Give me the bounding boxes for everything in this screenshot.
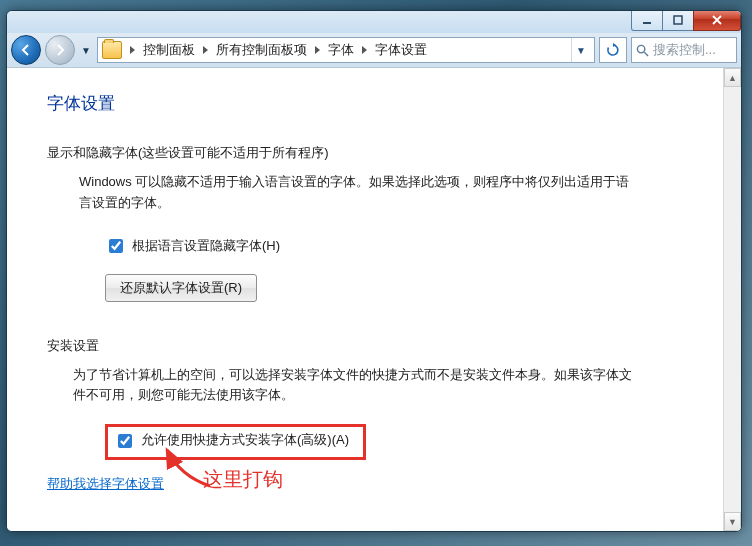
checkbox-text: 根据语言设置隐藏字体(H) [132,236,280,257]
search-input[interactable]: 搜索控制... [631,37,737,63]
address-dropdown[interactable]: ▼ [571,38,590,62]
arrow-left-icon [19,43,33,57]
hide-fonts-checkbox-label[interactable]: 根据语言设置隐藏字体(H) [105,236,280,257]
refresh-button[interactable] [599,37,627,63]
refresh-icon [606,43,620,57]
forward-button[interactable] [45,35,75,65]
svg-rect-0 [643,22,651,24]
breadcrumb-item[interactable]: 控制面板 [143,41,195,59]
minimize-button[interactable] [631,10,663,31]
section-heading: 安装设置 [47,336,693,357]
explorer-window: ▼ 控制面板 所有控制面板项 字体 字体设置 ▼ 搜索控制... [6,10,742,532]
content-pane: 字体设置 显示和隐藏字体(这些设置可能不适用于所有程序) Windows 可以隐… [7,68,723,531]
minimize-icon [641,14,653,26]
annotation-highlight-box: 允许使用快捷方式安装字体(高级)(A) [105,424,366,460]
section-description: Windows 可以隐藏不适用于输入语言设置的字体。如果选择此选项，则程序中将仅… [79,172,639,214]
breadcrumb-item[interactable]: 所有控制面板项 [216,41,307,59]
arrow-right-icon [53,43,67,57]
chevron-right-icon [362,46,367,54]
svg-rect-1 [674,16,682,24]
maximize-button[interactable] [662,10,694,31]
address-bar[interactable]: 控制面板 所有控制面板项 字体 字体设置 ▼ [97,37,595,63]
page-title: 字体设置 [47,90,693,117]
folder-icon [102,41,122,59]
titlebar [7,11,741,33]
restore-defaults-button[interactable]: 还原默认字体设置(R) [105,274,257,302]
chevron-right-icon [203,46,208,54]
breadcrumb-item[interactable]: 字体 [328,41,354,59]
scroll-up-button[interactable]: ▲ [724,68,741,87]
svg-point-2 [637,45,644,52]
close-button[interactable] [693,10,741,31]
hide-fonts-checkbox[interactable] [109,239,123,253]
shortcut-install-checkbox[interactable] [118,434,132,448]
scroll-down-button[interactable]: ▼ [724,512,741,531]
navigation-bar: ▼ 控制面板 所有控制面板项 字体 字体设置 ▼ 搜索控制... [7,33,741,68]
back-button[interactable] [11,35,41,65]
search-icon [636,44,649,57]
checkbox-text: 允许使用快捷方式安装字体(高级)(A) [141,430,349,451]
nav-history-dropdown[interactable]: ▼ [79,45,93,56]
chevron-right-icon [130,46,135,54]
search-placeholder: 搜索控制... [653,41,716,59]
close-icon [711,14,723,26]
section-description: 为了节省计算机上的空间，可以选择安装字体文件的快捷方式而不是安装文件本身。如果该… [73,365,633,407]
svg-line-3 [644,52,648,56]
section-heading: 显示和隐藏字体(这些设置可能不适用于所有程序) [47,143,693,164]
vertical-scrollbar[interactable]: ▲ ▼ [723,68,741,531]
maximize-icon [672,14,684,26]
breadcrumb-item[interactable]: 字体设置 [375,41,427,59]
shortcut-install-checkbox-label[interactable]: 允许使用快捷方式安装字体(高级)(A) [114,430,349,451]
chevron-right-icon [315,46,320,54]
help-link[interactable]: 帮助我选择字体设置 [47,474,164,495]
